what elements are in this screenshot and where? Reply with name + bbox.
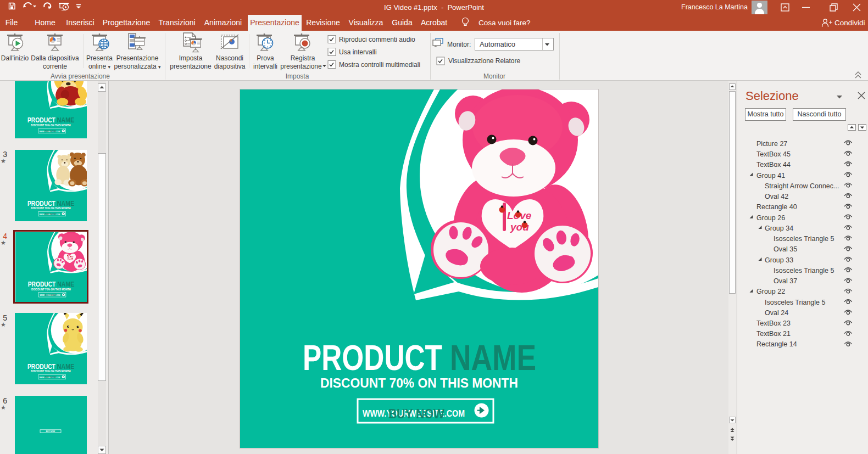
svg-text:BUY NOW: BUY NOW [46,430,55,433]
